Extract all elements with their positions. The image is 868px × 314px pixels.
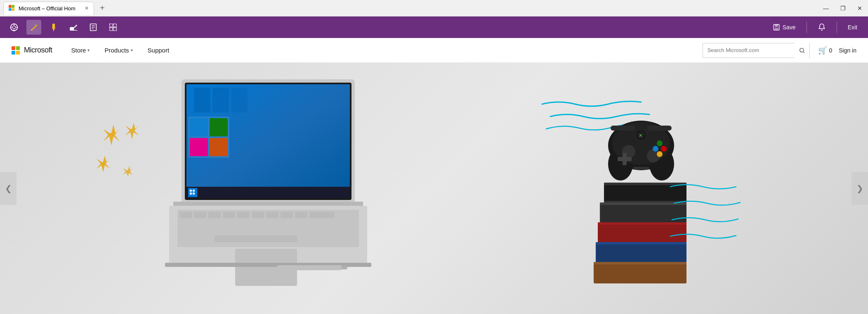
- products-chevron-icon: ▾: [131, 48, 133, 52]
- eraser-tool[interactable]: [66, 20, 81, 35]
- svg-rect-41: [212, 88, 229, 112]
- search-box[interactable]: [703, 43, 810, 58]
- svg-rect-27: [774, 28, 778, 30]
- support-link[interactable]: Support: [140, 38, 177, 63]
- stars-decoration: [87, 121, 153, 205]
- svg-point-80: [657, 151, 663, 157]
- annotation-toolbar: Save Exit: [0, 17, 868, 38]
- exit-button[interactable]: Exit: [844, 21, 861, 33]
- svg-rect-65: [341, 266, 347, 269]
- tab-close-button[interactable]: ✕: [85, 5, 89, 11]
- svg-line-29: [803, 52, 804, 53]
- touch-draw-tool[interactable]: [7, 20, 21, 35]
- save-button[interactable]: Save: [769, 21, 800, 33]
- tab-title: Microsoft – Official Hom: [19, 5, 75, 12]
- svg-rect-42: [231, 88, 248, 112]
- logo-green: [16, 46, 20, 50]
- clip-tool[interactable]: [106, 20, 120, 35]
- maximize-button[interactable]: ❐: [838, 5, 848, 12]
- svg-rect-40: [194, 88, 210, 112]
- hero-next-button[interactable]: ❯: [851, 172, 868, 205]
- svg-point-79: [653, 146, 658, 152]
- svg-rect-54: [223, 212, 235, 218]
- store-chevron-icon: ▾: [87, 48, 90, 52]
- svg-rect-38: [190, 193, 192, 195]
- svg-rect-44: [190, 118, 208, 136]
- svg-rect-39: [193, 193, 195, 195]
- svg-marker-15: [74, 25, 77, 28]
- signin-link[interactable]: Sign in: [839, 47, 856, 54]
- search-button[interactable]: [795, 43, 809, 58]
- svg-text:✕: ✕: [639, 133, 642, 138]
- svg-rect-46: [190, 138, 208, 156]
- svg-rect-22: [113, 24, 116, 27]
- svg-rect-73: [611, 126, 635, 131]
- divider2: [837, 21, 837, 33]
- svg-point-78: [661, 146, 667, 152]
- svg-rect-53: [208, 212, 221, 218]
- svg-rect-45: [210, 118, 228, 136]
- svg-rect-26: [775, 24, 778, 26]
- cart-icon: 🛒: [818, 46, 827, 55]
- svg-rect-61: [215, 236, 297, 242]
- products-link[interactable]: Products ▾: [97, 38, 140, 63]
- highlighter-tool[interactable]: [46, 20, 61, 35]
- svg-rect-21: [110, 24, 113, 27]
- svg-rect-14: [70, 27, 74, 30]
- divider: [807, 21, 807, 33]
- svg-rect-55: [237, 212, 250, 218]
- logo-text: Microsoft: [24, 46, 52, 55]
- close-button[interactable]: ✕: [855, 5, 865, 12]
- svg-rect-59: [295, 212, 307, 218]
- svg-rect-34: [186, 187, 350, 198]
- microsoft-logo[interactable]: Microsoft: [12, 46, 52, 55]
- svg-point-1: [12, 26, 15, 29]
- svg-rect-13: [52, 28, 55, 29]
- new-tab-button[interactable]: +: [97, 3, 108, 13]
- svg-rect-56: [252, 212, 264, 218]
- svg-rect-64: [276, 265, 342, 270]
- tab-favicon: [9, 5, 15, 12]
- svg-rect-82: [618, 157, 632, 161]
- svg-rect-93: [594, 262, 686, 283]
- hero-section: ❮: [0, 63, 868, 314]
- svg-rect-47: [210, 138, 228, 156]
- logo-yellow: [16, 51, 20, 55]
- svg-rect-60: [309, 212, 334, 218]
- svg-rect-52: [194, 212, 206, 218]
- hero-content: ❮: [0, 63, 868, 314]
- store-link[interactable]: Store ▾: [64, 38, 97, 63]
- svg-point-28: [800, 48, 804, 52]
- logo-blue: [12, 51, 15, 55]
- svg-rect-58: [281, 212, 293, 218]
- browser-tab[interactable]: Microsoft – Official Hom ✕: [3, 2, 94, 15]
- svg-rect-36: [190, 190, 192, 192]
- svg-point-77: [657, 140, 663, 146]
- logo-red: [12, 46, 15, 50]
- minimize-button[interactable]: —: [821, 5, 831, 12]
- svg-rect-51: [179, 212, 192, 218]
- bell-button[interactable]: [814, 21, 830, 34]
- svg-rect-37: [193, 190, 195, 192]
- svg-rect-24: [113, 28, 116, 31]
- search-input[interactable]: [703, 47, 795, 53]
- svg-rect-83: [633, 167, 649, 169]
- annotation-right-controls: Save Exit: [769, 21, 861, 34]
- svg-rect-57: [266, 212, 278, 218]
- book-waves: [670, 178, 752, 263]
- note-tool[interactable]: [86, 20, 101, 35]
- svg-rect-74: [647, 126, 672, 131]
- svg-rect-23: [110, 28, 113, 31]
- browser-titlebar: Microsoft – Official Hom ✕ + — ❐ ✕: [0, 0, 868, 17]
- hero-prev-button[interactable]: ❮: [0, 172, 17, 205]
- logo-grid: [12, 46, 20, 55]
- svg-marker-9: [32, 31, 33, 32]
- laptop-illustration: [149, 75, 396, 290]
- window-controls: — ❐ ✕: [821, 5, 865, 12]
- pen-tool[interactable]: [26, 20, 41, 35]
- cart-count: 0: [829, 47, 832, 54]
- navbar: Microsoft Store ▾ Products ▾ Support 🛒 0…: [0, 38, 868, 63]
- cart-link[interactable]: 🛒 0: [818, 46, 832, 55]
